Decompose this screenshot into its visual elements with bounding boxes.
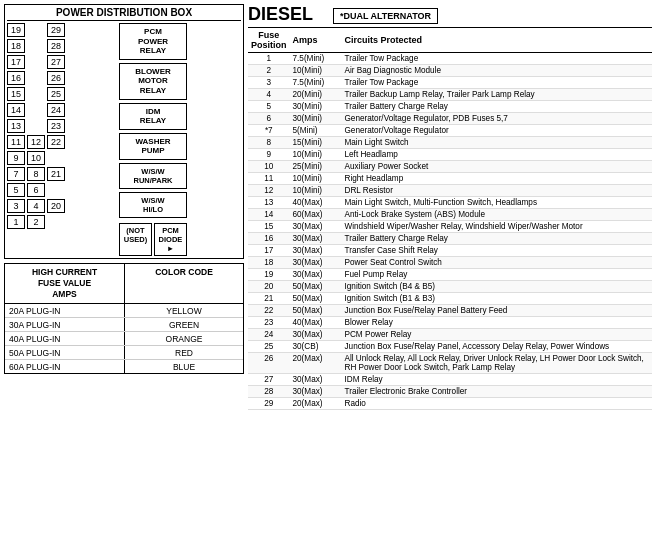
cell-circuit: Transfer Case Shift Relay: [342, 245, 653, 257]
left-panel: POWER DISTRIBUTION BOX 19 29 18 28: [4, 4, 244, 532]
cell-circuit: Windshield Wiper/Washer Relay, Windshiel…: [342, 221, 653, 233]
fuse-box: 26: [47, 71, 65, 85]
hc-color: RED: [125, 346, 243, 359]
fuse-box: 12: [27, 135, 45, 149]
cell-circuit: Ignition Switch (B4 & B5): [342, 281, 653, 293]
cell-amps: 50(Max): [290, 293, 342, 305]
fuse-row: 3 4 20: [7, 199, 117, 213]
cell-circuit: Main Light Switch, Multi-Function Switch…: [342, 197, 653, 209]
fuse-box: 4: [27, 199, 45, 213]
fuse-box: 20: [47, 199, 65, 213]
cell-circuit: Junction Box Fuse/Relay Panel, Accessory…: [342, 341, 653, 353]
cell-circuit: PCM Power Relay: [342, 329, 653, 341]
cell-fuse-pos: 1: [248, 53, 290, 65]
table-row: 20 50(Max) Ignition Switch (B4 & B5): [248, 281, 652, 293]
fuse-box: 11: [7, 135, 25, 149]
table-row: *7 5(Mini) Generator/Voltage Regulator: [248, 125, 652, 137]
cell-fuse-pos: 5: [248, 101, 290, 113]
cell-circuit: Auxiliary Power Socket: [342, 161, 653, 173]
cell-fuse-pos: 21: [248, 293, 290, 305]
cell-fuse-pos: 18: [248, 257, 290, 269]
fuse-box: 14: [7, 103, 25, 117]
cell-circuit: Trailer Tow Package: [342, 53, 653, 65]
cell-amps: 10(Mini): [290, 173, 342, 185]
fuse-box: 21: [47, 167, 65, 181]
fuse-row: 15 25: [7, 87, 117, 101]
cell-circuit: Power Seat Control Switch: [342, 257, 653, 269]
table-row: 24 30(Max) PCM Power Relay: [248, 329, 652, 341]
cell-amps: 20(Mini): [290, 89, 342, 101]
power-box-title: POWER DISTRIBUTION BOX: [7, 7, 241, 21]
cell-fuse-pos: 27: [248, 374, 290, 386]
table-row: 11 10(Mini) Right Headlamp: [248, 173, 652, 185]
cell-amps: 15(Mini): [290, 137, 342, 149]
cell-fuse-pos: 4: [248, 89, 290, 101]
cell-circuit: Junction Box Fuse/Relay Panel Battery Fe…: [342, 305, 653, 317]
page: POWER DISTRIBUTION BOX 19 29 18 28: [0, 0, 656, 536]
cell-fuse-pos: 13: [248, 197, 290, 209]
cell-circuit: Right Headlamp: [342, 173, 653, 185]
table-row: 25 30(CB) Junction Box Fuse/Relay Panel,…: [248, 341, 652, 353]
table-row: 5 30(Mini) Trailer Battery Charge Relay: [248, 101, 652, 113]
hc-fuse-label: 40A PLUG-IN: [5, 332, 125, 345]
fuse-row: 7 8 21: [7, 167, 117, 181]
table-row: 17 30(Max) Transfer Case Shift Relay: [248, 245, 652, 257]
pcm-diode-box: PCMDIODE►: [154, 223, 187, 256]
cell-fuse-pos: 15: [248, 221, 290, 233]
diesel-title: DIESEL: [248, 4, 313, 25]
table-header-row: FusePosition Amps Circuits Protected: [248, 28, 652, 53]
hc-header: HIGH CURRENTFUSE VALUEAMPS COLOR CODE: [5, 264, 243, 304]
cell-fuse-pos: 29: [248, 398, 290, 410]
fuse-box: 13: [7, 119, 25, 133]
fuse-box: 9: [7, 151, 25, 165]
cell-fuse-pos: 17: [248, 245, 290, 257]
hc-row: 60A PLUG-IN BLUE: [5, 360, 243, 373]
relay-wsw-hi-lo: W/S/WHI/LO: [119, 192, 187, 218]
hc-row: 40A PLUG-IN ORANGE: [5, 332, 243, 346]
col-circuits: Circuits Protected: [342, 28, 653, 53]
cell-amps: 7.5(Mini): [290, 53, 342, 65]
cell-amps: 30(Max): [290, 257, 342, 269]
fuse-box: 15: [7, 87, 25, 101]
hc-row: 20A PLUG-IN YELLOW: [5, 304, 243, 318]
high-current-section: HIGH CURRENTFUSE VALUEAMPS COLOR CODE 20…: [4, 263, 244, 374]
bottom-relays: (NOTUSED) PCMDIODE►: [119, 223, 187, 256]
hc-header-color-code: COLOR CODE: [125, 264, 243, 303]
table-row: 12 10(Mini) DRL Resistor: [248, 185, 652, 197]
fuse-box: 18: [7, 39, 25, 53]
fuse-box: 25: [47, 87, 65, 101]
table-row: 3 7.5(Mini) Trailer Tow Package: [248, 77, 652, 89]
fuse-box: 19: [7, 23, 25, 37]
table-row: 14 60(Max) Anti-Lock Brake System (ABS) …: [248, 209, 652, 221]
cell-fuse-pos: 11: [248, 173, 290, 185]
relay-idm: IDMRELAY: [119, 103, 187, 130]
fuse-row: 9 10: [7, 151, 117, 165]
cell-fuse-pos: 12: [248, 185, 290, 197]
fuse-row: 17 27: [7, 55, 117, 69]
cell-circuit: Trailer Backup Lamp Relay, Trailer Park …: [342, 89, 653, 101]
cell-fuse-pos: 28: [248, 386, 290, 398]
hc-fuse-label: 60A PLUG-IN: [5, 360, 125, 373]
fuse-box: 1: [7, 215, 25, 229]
cell-amps: 30(CB): [290, 341, 342, 353]
table-row: 26 20(Max) All Unlock Relay, All Lock Re…: [248, 353, 652, 374]
cell-circuit: Trailer Electronic Brake Controller: [342, 386, 653, 398]
cell-circuit: Fuel Pump Relay: [342, 269, 653, 281]
cell-amps: 5(Mini): [290, 125, 342, 137]
right-panel: DIESEL *DUAL ALTERNATOR FusePosition Amp…: [244, 4, 652, 532]
fuse-box: 8: [27, 167, 45, 181]
cell-amps: 10(Mini): [290, 149, 342, 161]
table-row: 13 40(Max) Main Light Switch, Multi-Func…: [248, 197, 652, 209]
table-row: 19 30(Max) Fuel Pump Relay: [248, 269, 652, 281]
fuse-box: 28: [47, 39, 65, 53]
cell-amps: 20(Max): [290, 353, 342, 374]
cell-fuse-pos: 26: [248, 353, 290, 374]
fuse-row: 18 28: [7, 39, 117, 53]
fuse-box: 24: [47, 103, 65, 117]
cell-amps: 30(Max): [290, 221, 342, 233]
relay-blower-motor: BLOWERMOTORRELAY: [119, 63, 187, 100]
cell-amps: 10(Mini): [290, 185, 342, 197]
diesel-header: DIESEL *DUAL ALTERNATOR: [248, 4, 652, 25]
cell-amps: 30(Mini): [290, 113, 342, 125]
relay-wsw-run-park: W/S/WRUN/PARK: [119, 163, 187, 189]
